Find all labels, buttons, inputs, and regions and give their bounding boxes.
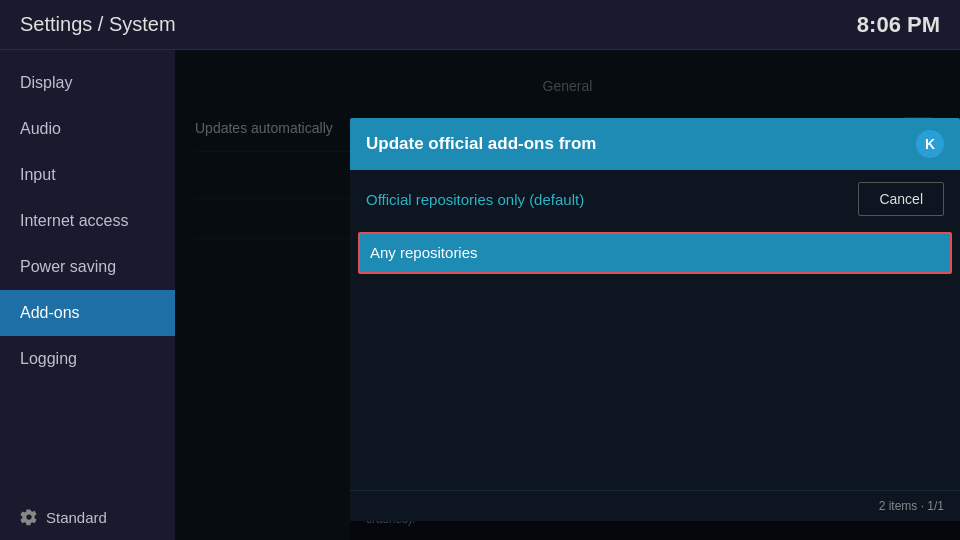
cancel-button[interactable]: Cancel xyxy=(858,182,944,216)
update-addon-dialog: Update official add-ons from K Official … xyxy=(350,118,960,521)
header-time: 8:06 PM xyxy=(857,12,940,38)
sidebar-bottom: Standard xyxy=(0,494,175,540)
sidebar-item-power-saving-label: Power saving xyxy=(20,258,116,275)
sidebar-item-input-label: Input xyxy=(20,166,56,183)
sidebar-item-add-ons[interactable]: Add-ons xyxy=(0,290,175,336)
dialog-body: Official repositories only (default) Can… xyxy=(350,170,960,490)
main-content: General Updates automatically ositories … xyxy=(175,50,960,540)
kodi-logo: K xyxy=(916,130,944,158)
sidebar-item-power-saving[interactable]: Power saving xyxy=(0,244,175,290)
gear-icon xyxy=(20,508,38,526)
sidebar-item-internet-access-label: Internet access xyxy=(20,212,129,229)
sidebar-item-input[interactable]: Input xyxy=(0,152,175,198)
sidebar-item-display-label: Display xyxy=(20,74,72,91)
app-container: Settings / System 8:06 PM Display Audio … xyxy=(0,0,960,540)
dialog-header: Update official add-ons from K xyxy=(350,118,960,170)
sidebar-item-logging-label: Logging xyxy=(20,350,77,367)
header-title: Settings / System xyxy=(20,13,176,36)
content-area: Display Audio Input Internet access Powe… xyxy=(0,50,960,540)
option-any[interactable]: Any repositories xyxy=(358,232,952,274)
dialog-footer: 2 items · 1/1 xyxy=(350,490,960,521)
sidebar: Display Audio Input Internet access Powe… xyxy=(0,50,175,540)
standard-label: Standard xyxy=(46,509,107,526)
sidebar-item-audio[interactable]: Audio xyxy=(0,106,175,152)
sidebar-item-audio-label: Audio xyxy=(20,120,61,137)
option-any-label: Any repositories xyxy=(370,244,478,261)
sidebar-item-add-ons-label: Add-ons xyxy=(20,304,80,321)
header: Settings / System 8:06 PM xyxy=(0,0,960,50)
option-official-label: Official repositories only (default) xyxy=(366,191,584,208)
dialog-items-count: 2 items · 1/1 xyxy=(879,499,944,513)
sidebar-item-internet-access[interactable]: Internet access xyxy=(0,198,175,244)
sidebar-item-display[interactable]: Display xyxy=(0,60,175,106)
sidebar-item-logging[interactable]: Logging xyxy=(0,336,175,382)
dialog-title: Update official add-ons from xyxy=(366,134,596,154)
option-official[interactable]: Official repositories only (default) Can… xyxy=(350,170,960,228)
